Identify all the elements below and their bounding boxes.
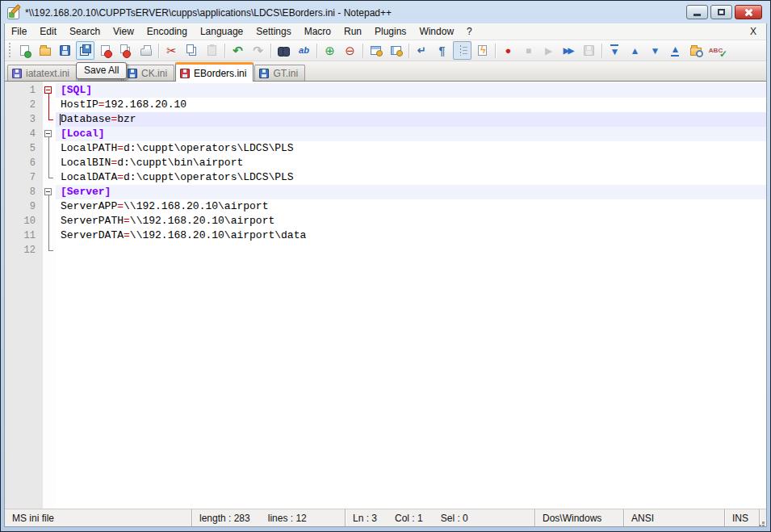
code-line[interactable]: [Local] (56, 127, 766, 141)
code-line[interactable]: ServerPATH=\\192.168.20.10\airport (56, 214, 766, 228)
code-line[interactable]: HostIP=192.168.20.10 (56, 98, 766, 112)
undo-button[interactable]: ↶ (228, 41, 247, 60)
save-all-button[interactable] (76, 41, 94, 60)
stop-macro-button[interactable]: ■ (519, 41, 538, 60)
token-op: = (98, 98, 105, 111)
tabs: iatatext.iniCK.iniEBorders.iniGT.ini (7, 62, 306, 81)
menu-item-language[interactable]: Language (194, 23, 249, 40)
menu-item-macro[interactable]: Macro (298, 23, 337, 40)
menu-item-run[interactable]: Run (337, 23, 368, 40)
token-op: = (117, 142, 124, 154)
fold-guide (43, 141, 56, 156)
tab-gtini[interactable]: GT.ini (254, 65, 305, 81)
sync-vertical-button[interactable] (367, 41, 385, 60)
code-line[interactable]: ServerDATA=\\192.168.20.10\airport\data (56, 228, 766, 243)
line-number: 1 (5, 83, 43, 98)
code-line[interactable]: [Server] (56, 185, 766, 199)
window-controls (684, 5, 762, 19)
play-macro-button[interactable]: ▶ (539, 41, 558, 60)
save-all-tooltip: Save All (76, 62, 127, 79)
cut-button[interactable]: ✂ (162, 41, 181, 60)
fold-collapse-marker[interactable] (43, 185, 56, 199)
goto-prev-button[interactable]: ▲ (626, 41, 644, 60)
goto-first-button[interactable]: ▼ (605, 41, 624, 60)
tab-ebordersini[interactable]: EBorders.ini (175, 62, 254, 82)
close-button[interactable] (735, 5, 762, 19)
menu-items: FileEditSearchViewEncodingLanguageSettin… (5, 23, 479, 40)
close-all-button[interactable] (116, 41, 135, 60)
replace-button[interactable]: ab (295, 41, 313, 60)
find-button[interactable] (274, 41, 293, 60)
word-wrap-button[interactable]: ↵ (413, 41, 431, 60)
restore-button[interactable] (710, 5, 732, 19)
save-macro-button[interactable] (580, 41, 598, 60)
menu-item-[interactable]: ? (460, 23, 479, 40)
spell-check-button[interactable]: ABC✓ (706, 41, 725, 60)
save-button[interactable] (56, 41, 74, 60)
code-line[interactable]: LocalDATA=d:\cuppt\operators\LDCS\PLS (56, 170, 766, 185)
toolbar-separator (316, 44, 317, 58)
code-line[interactable]: Database=bzr (56, 112, 766, 127)
close-doc-icon (101, 45, 110, 56)
tab-bar: iatatext.iniCK.iniEBorders.iniGT.ini Sav… (5, 61, 766, 82)
indent-guide-button[interactable] (453, 41, 471, 60)
goto-last-button[interactable]: ▲ (666, 41, 685, 60)
multi-play-button[interactable]: ▶▶ (559, 41, 578, 60)
line-number: 10 (5, 214, 43, 228)
minimize-button[interactable] (686, 5, 708, 19)
menu-item-search[interactable]: Search (63, 23, 107, 40)
sync-horizontal-button[interactable] (387, 41, 405, 60)
token-key: LocalBIN (61, 157, 111, 169)
udl-dialog-button[interactable]: ϟ (473, 41, 492, 60)
print-button[interactable] (136, 41, 155, 60)
code-line[interactable]: ServerAPP=\\192.168.20.10\airport (56, 199, 766, 214)
status-typing-mode[interactable]: INS (725, 509, 760, 526)
close-doc-button[interactable] (96, 41, 115, 60)
zoom-out-button[interactable]: ⊖ (341, 41, 359, 60)
editor[interactable]: 123456789101112 [SQL]HostIP=192.168.20.1… (5, 82, 766, 509)
status-encoding[interactable]: ANSI (624, 509, 725, 526)
paste-button[interactable] (203, 41, 221, 60)
fold-collapse-marker[interactable] (43, 83, 56, 98)
open-button[interactable] (36, 41, 54, 60)
toolbar-grip[interactable] (8, 43, 12, 59)
menu-item-edit[interactable]: Edit (33, 23, 63, 40)
goto-next-button[interactable]: ▼ (646, 41, 664, 60)
code-line[interactable]: LocalBIN=d:\cuppt\bin\airport (56, 156, 766, 170)
copy-icon (186, 44, 194, 53)
text-caret (60, 114, 61, 125)
line-number: 6 (5, 156, 43, 170)
redo-button[interactable]: ↷ (249, 41, 267, 60)
fold-collapse-marker[interactable] (43, 127, 56, 141)
fold-guide (43, 98, 56, 112)
token-key: LocalPATH (61, 142, 117, 154)
menu-item-plugins[interactable]: Plugins (368, 23, 413, 40)
window-title: *\\192.168.20.10\CUPPTsERVER\cupps\appli… (25, 7, 392, 19)
menu-item-encoding[interactable]: Encoding (140, 23, 194, 40)
resize-grip[interactable] (760, 509, 766, 526)
menu-item-view[interactable]: View (107, 23, 140, 40)
tab-label: iatatext.ini (26, 68, 69, 79)
menu-bar: FileEditSearchViewEncodingLanguageSettin… (5, 23, 766, 40)
token-val: d:\cuppt\operators\LDCS\PLS (124, 171, 294, 183)
new-file-button[interactable] (15, 41, 34, 60)
explorer-button[interactable] (686, 41, 705, 60)
menu-close-document-x[interactable]: X (740, 26, 766, 37)
record-macro-button[interactable]: ● (499, 41, 517, 60)
show-all-chars-button[interactable]: ¶ (433, 41, 451, 60)
menu-item-file[interactable]: File (5, 23, 33, 40)
title-bar[interactable]: *\\192.168.20.10\CUPPTsERVER\cupps\appli… (4, 2, 767, 23)
menu-item-settings[interactable]: Settings (249, 23, 297, 40)
code-line[interactable]: LocalPATH=d:\cuppt\operators\LDCS\PLS (56, 141, 766, 156)
tab-ckini[interactable]: CK.ini (123, 65, 174, 81)
copy-button[interactable] (182, 41, 201, 60)
code-area[interactable]: [SQL]HostIP=192.168.20.10Database=bzr[Lo… (56, 82, 766, 509)
tab-iatatextini[interactable]: iatatext.ini (7, 65, 77, 81)
code-line[interactable] (56, 243, 766, 258)
code-line[interactable]: [SQL] (56, 83, 766, 98)
menu-item-window[interactable]: Window (413, 23, 460, 40)
token-key: ServerAPP (61, 200, 117, 212)
new-file-icon (20, 45, 29, 56)
zoom-in-button[interactable]: ⊕ (321, 41, 339, 60)
status-eol-format[interactable]: Dos\Windows (535, 509, 624, 526)
